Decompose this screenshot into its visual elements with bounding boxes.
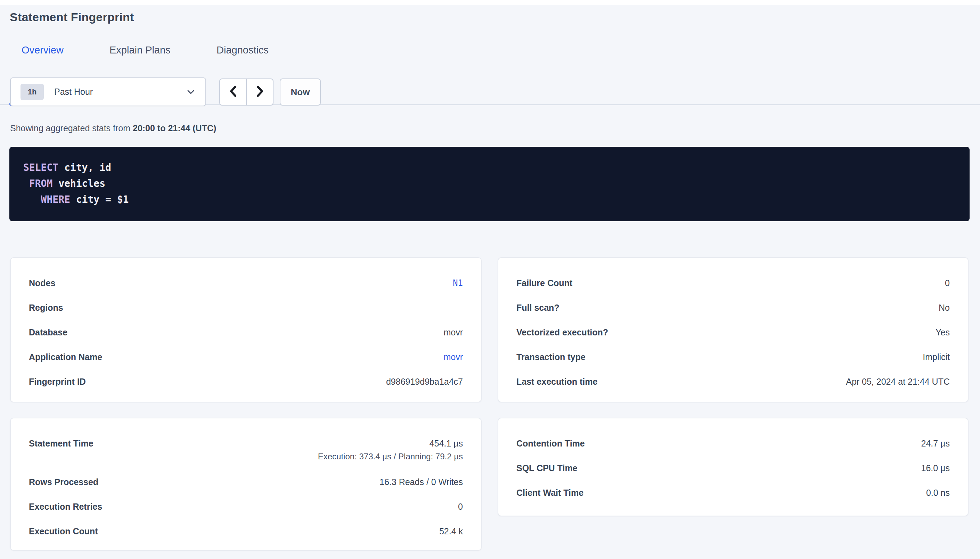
application-name-link[interactable]: movr: [443, 352, 463, 362]
detail-row-transaction-type: Transaction type Implicit: [516, 352, 950, 362]
aggregated-stats-note: Showing aggregated stats from 20:00 to 2…: [10, 123, 216, 133]
nodes-link[interactable]: N1: [453, 278, 463, 288]
stat-row-contention-time: Contention Time 24.7 µs: [516, 438, 950, 448]
row-label: Database: [29, 327, 67, 337]
detail-row-last-execution-time: Last execution time Apr 05, 2024 at 21:4…: [516, 377, 950, 387]
wait-time-stats-card: Contention Time 24.7 µs SQL CPU Time 16.…: [497, 418, 968, 516]
stat-row-rows-processed: Rows Processed 16.3 Reads / 0 Writes: [29, 477, 463, 487]
row-label: Nodes: [29, 278, 55, 288]
tab-overview[interactable]: Overview: [22, 45, 64, 56]
statement-details-card: Nodes N1 Regions Database movr Applicati…: [10, 257, 482, 402]
statement-time-values: 454.1 µs Execution: 373.4 µs / Planning:…: [318, 438, 463, 461]
row-value: 24.7 µs: [921, 438, 950, 448]
statement-stats-card: Statement Time 454.1 µs Execution: 373.4…: [10, 418, 482, 551]
stat-row-sql-cpu-time: SQL CPU Time 16.0 µs: [516, 463, 950, 473]
chevron-down-icon: [186, 89, 196, 96]
row-value: No: [939, 303, 950, 313]
row-value: 0: [945, 278, 950, 288]
aggregated-stats-range: 20:00 to 21:44 (UTC): [133, 123, 216, 133]
row-label: Full scan?: [516, 303, 559, 313]
page-title: Statement Fingerprint: [10, 10, 134, 24]
sql-code: vehicles: [53, 178, 105, 189]
top-white-strip: [0, 0, 980, 5]
interval-badge: 1h: [20, 84, 44, 100]
row-label: Vectorized execution?: [516, 327, 608, 337]
row-label: Transaction type: [516, 352, 585, 362]
time-range-selected-label: Past Hour: [54, 87, 186, 97]
row-label: Last execution time: [516, 377, 597, 387]
detail-row-vectorized: Vectorized execution? Yes: [516, 327, 950, 337]
row-label: Statement Time: [29, 438, 93, 448]
stat-row-execution-retries: Execution Retries 0: [29, 502, 463, 512]
tab-diagnostics[interactable]: Diagnostics: [217, 45, 269, 56]
row-label: Failure Count: [516, 278, 572, 288]
detail-row-regions: Regions: [29, 303, 463, 313]
tab-bar: Overview Explain Plans Diagnostics: [0, 41, 980, 65]
row-value: 0: [458, 502, 463, 512]
detail-row-full-scan: Full scan? No: [516, 303, 950, 313]
next-time-range-button[interactable]: [246, 79, 273, 105]
sql-code: city = $1: [70, 194, 129, 205]
detail-row-application-name: Application Name movr: [29, 352, 463, 362]
row-value: 0.0 ns: [926, 488, 950, 498]
row-label: Application Name: [29, 352, 102, 362]
detail-row-database: Database movr: [29, 327, 463, 337]
row-value: d986919d9ba1a4c7: [386, 377, 463, 387]
row-value: movr: [443, 327, 463, 337]
detail-row-failure-count: Failure Count 0: [516, 278, 950, 288]
sql-statement-box: SELECT city, id FROM vehicles WHERE city…: [9, 147, 970, 221]
row-value: Apr 05, 2024 at 21:44 UTC: [846, 377, 950, 387]
row-label: Execution Retries: [29, 502, 102, 512]
aggregated-stats-prefix: Showing aggregated stats from: [10, 123, 133, 133]
row-subvalue: Execution: 373.4 µs / Planning: 79.2 µs: [318, 452, 463, 461]
row-label: Regions: [29, 303, 63, 313]
time-range-stepper: [219, 78, 274, 106]
row-label: SQL CPU Time: [516, 463, 577, 473]
statement-fingerprint-page: Statement Fingerprint Overview Explain P…: [0, 0, 980, 559]
chevron-right-icon: [255, 84, 265, 100]
row-value: Yes: [935, 327, 950, 337]
sql-keyword: WHERE: [23, 194, 70, 205]
row-label: Rows Processed: [29, 477, 98, 487]
now-button[interactable]: Now: [280, 78, 321, 106]
row-label: Client Wait Time: [516, 488, 584, 498]
row-label: Contention Time: [516, 438, 585, 448]
detail-row-fingerprint-id: Fingerprint ID d986919d9ba1a4c7: [29, 377, 463, 387]
execution-attributes-card: Failure Count 0 Full scan? No Vectorized…: [497, 257, 968, 402]
row-value: 16.0 µs: [921, 463, 950, 473]
row-value: 16.3 Reads / 0 Writes: [380, 477, 463, 487]
sql-code: city, id: [58, 162, 111, 173]
stat-row-execution-count: Execution Count 52.4 k: [29, 526, 463, 536]
chevron-left-icon: [228, 84, 239, 100]
sql-keyword: SELECT: [23, 162, 58, 173]
detail-row-nodes: Nodes N1: [29, 278, 463, 288]
stat-row-client-wait-time: Client Wait Time 0.0 ns: [516, 488, 950, 498]
sql-keyword: FROM: [23, 178, 53, 189]
row-label: Execution Count: [29, 526, 98, 536]
tab-explain-plans[interactable]: Explain Plans: [109, 45, 171, 56]
time-range-dropdown[interactable]: 1h Past Hour: [10, 78, 206, 106]
previous-time-range-button[interactable]: [220, 79, 246, 105]
row-label: Fingerprint ID: [29, 377, 86, 387]
row-value: 454.1 µs: [429, 438, 463, 448]
row-value: Implicit: [923, 352, 950, 362]
row-value: 52.4 k: [439, 526, 463, 536]
stat-row-statement-time: Statement Time 454.1 µs Execution: 373.4…: [29, 438, 463, 461]
